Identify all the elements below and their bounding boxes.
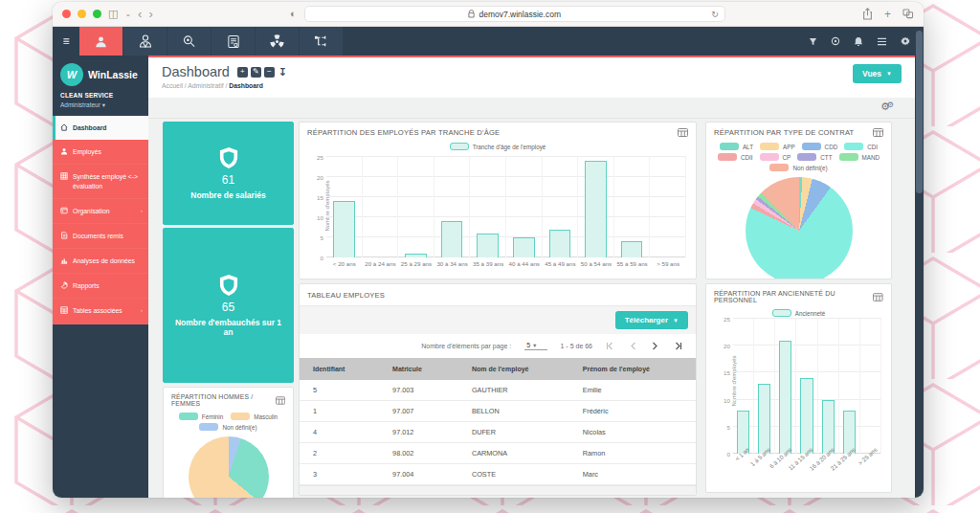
bar[interactable] bbox=[779, 341, 791, 454]
next-page-icon[interactable] bbox=[652, 342, 658, 350]
stat-card-hires[interactable]: 65 Nombre d'embauchés sur 1 an bbox=[163, 228, 294, 383]
sidebar-item-rapports[interactable]: Rapports bbox=[53, 274, 148, 299]
table-view-icon[interactable] bbox=[276, 396, 285, 405]
minimize-window-button[interactable] bbox=[78, 10, 86, 18]
sub-toolbar: ⚙⚙ bbox=[148, 98, 915, 119]
sidebar-item-organisation[interactable]: Organisation› bbox=[53, 199, 148, 224]
module-search-audit-icon[interactable] bbox=[167, 27, 212, 56]
table-view-icon[interactable] bbox=[873, 293, 883, 301]
module-radiation-icon[interactable] bbox=[256, 27, 300, 56]
legend-item[interactable]: CP bbox=[760, 153, 791, 161]
reload-icon[interactable]: ↻ bbox=[711, 10, 719, 19]
legend-item[interactable]: APP bbox=[760, 143, 795, 150]
per-page-select[interactable]: 5 ▼ bbox=[524, 342, 546, 350]
seniority-card: RÉPARTITION PAR ANCIENNETÉ DU PERSONNEL … bbox=[705, 283, 892, 493]
download-button[interactable]: Télécharger▼ bbox=[615, 311, 688, 329]
legend-item[interactable]: CDII bbox=[718, 153, 753, 161]
address-bar[interactable]: demov7.winlassie.com ↻ bbox=[304, 6, 725, 22]
sidebar-item-synth-se-employ-valuation[interactable]: Synthèse employé <-> évaluation bbox=[53, 165, 148, 198]
close-window-button[interactable] bbox=[62, 10, 71, 18]
share-icon[interactable] bbox=[862, 8, 873, 20]
last-page-icon[interactable] bbox=[674, 342, 682, 350]
column-header[interactable]: Identifiant bbox=[300, 358, 387, 380]
first-page-icon[interactable] bbox=[606, 342, 614, 350]
table-cell: BELLON bbox=[466, 401, 577, 421]
bar[interactable] bbox=[621, 241, 643, 257]
table-row[interactable]: 397.004COSTEMarc bbox=[300, 464, 696, 485]
bar[interactable] bbox=[585, 161, 607, 257]
legend-item[interactable]: CDD bbox=[802, 143, 838, 150]
gender-pie-chart[interactable] bbox=[189, 436, 269, 498]
legend-item[interactable]: CDI bbox=[844, 143, 878, 150]
bar[interactable] bbox=[758, 384, 770, 454]
prev-page-icon[interactable] bbox=[630, 342, 636, 350]
stat-card-salaries[interactable]: 61 Nombre de salariés bbox=[163, 122, 294, 225]
column-header[interactable]: Prénom de l'employé bbox=[577, 358, 696, 380]
bar[interactable] bbox=[549, 230, 571, 257]
legend-item[interactable]: Non défini(e) bbox=[199, 423, 256, 431]
legend-item[interactable]: CTT bbox=[797, 153, 832, 161]
column-header[interactable]: Nom de l'employé bbox=[466, 358, 577, 380]
table-row[interactable]: 497.012DUFERNicolas bbox=[300, 422, 696, 443]
employee-table-card: TABLEAU EMPLOYES Télécharger▼ Nombre d'é… bbox=[299, 283, 697, 496]
sidebar-item-documents-remis[interactable]: Documents remis bbox=[53, 224, 148, 249]
table-view-icon[interactable] bbox=[678, 128, 688, 137]
legend-item[interactable]: Masculin bbox=[231, 413, 278, 420]
breadcrumb-section[interactable]: Administratif bbox=[188, 82, 223, 89]
bar[interactable] bbox=[477, 234, 499, 257]
table-cell: 4 bbox=[300, 422, 387, 442]
module-worker-icon[interactable] bbox=[123, 27, 167, 56]
hamburger-menu-icon[interactable]: ≡ bbox=[53, 34, 79, 48]
edit-icon[interactable]: ✎ bbox=[251, 67, 261, 78]
table-cell: 98.002 bbox=[387, 443, 466, 463]
page-scrollbar[interactable] bbox=[915, 27, 924, 498]
bar[interactable] bbox=[800, 378, 813, 454]
privacy-shield-icon[interactable]: ◐ bbox=[290, 9, 297, 19]
zoom-window-button[interactable] bbox=[93, 10, 101, 18]
module-mapping-icon[interactable] bbox=[300, 27, 344, 56]
remove-icon[interactable]: − bbox=[264, 67, 275, 78]
sidebar-item-tables-associ-es[interactable]: Tables associées› bbox=[53, 299, 148, 323]
filter-icon[interactable] bbox=[809, 37, 817, 46]
contract-pie-chart[interactable] bbox=[746, 177, 853, 279]
settings-gears-icon[interactable]: ⚙⚙ bbox=[880, 100, 894, 113]
legend-item[interactable]: MAND bbox=[839, 153, 880, 161]
table-view-icon[interactable] bbox=[873, 128, 883, 137]
sidebar-toggle-icon[interactable]: ◫ bbox=[108, 9, 118, 19]
brand-name: WinLassie bbox=[88, 69, 138, 80]
bell-icon[interactable] bbox=[854, 36, 863, 47]
role-selector[interactable]: Administrateur ▾ bbox=[60, 101, 141, 109]
table-row[interactable]: 298.002CARMONARamon bbox=[300, 443, 696, 464]
views-button[interactable]: Vues▼ bbox=[853, 64, 902, 83]
gear-icon[interactable] bbox=[901, 36, 910, 46]
sidebar-item-analyses-de-donn-es[interactable]: Analyses de données bbox=[53, 249, 148, 274]
back-icon[interactable]: ‹ bbox=[138, 7, 142, 21]
tab-overview-icon[interactable] bbox=[902, 9, 914, 19]
company-name: CLEAN SERVICE bbox=[60, 92, 141, 99]
forward-icon[interactable]: › bbox=[148, 7, 152, 21]
bar[interactable] bbox=[441, 221, 463, 257]
table-cell: 97.007 bbox=[387, 401, 466, 421]
breadcrumb-home[interactable]: Accueil bbox=[162, 82, 183, 89]
sidebar-item-dashboard[interactable]: Dashboard bbox=[53, 116, 148, 140]
table-row[interactable]: 197.007BELLONFrédéric bbox=[300, 401, 696, 422]
legend-label: CTT bbox=[820, 154, 832, 161]
x-tick-label: 25 à 29 ans bbox=[398, 257, 434, 271]
chevron-down-icon[interactable]: ⌄ bbox=[124, 11, 131, 18]
new-tab-icon[interactable]: + bbox=[884, 8, 891, 21]
settings-icon[interactable] bbox=[831, 36, 840, 46]
column-header[interactable]: Matricule bbox=[387, 358, 466, 380]
list-icon[interactable] bbox=[877, 37, 887, 46]
table-row[interactable]: 597.003GAUTHIEREmilie bbox=[300, 380, 696, 401]
module-user-icon[interactable] bbox=[79, 27, 123, 56]
legend-item[interactable]: Féminin bbox=[179, 413, 223, 420]
legend-item[interactable]: Non défini(e) bbox=[769, 164, 827, 171]
add-icon[interactable]: + bbox=[237, 67, 248, 78]
module-certificate-icon[interactable] bbox=[212, 27, 256, 56]
bar[interactable] bbox=[333, 201, 355, 257]
bar[interactable] bbox=[513, 237, 535, 257]
legend-item[interactable]: ALT bbox=[720, 143, 753, 150]
download-icon[interactable]: ↧ bbox=[278, 67, 288, 78]
bar-slot bbox=[578, 157, 614, 257]
sidebar-item-employ-s[interactable]: Employés bbox=[53, 140, 148, 165]
